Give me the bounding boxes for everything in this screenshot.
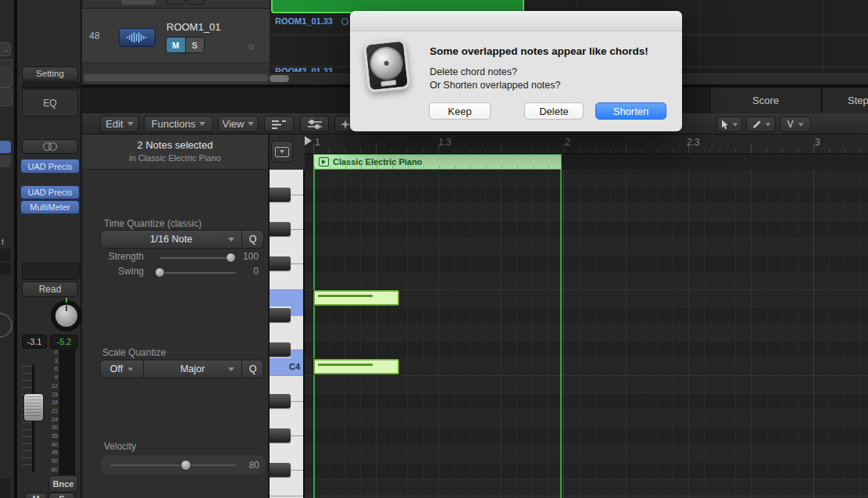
key-label-c4: C4 (280, 362, 300, 371)
pan-knob-tick (66, 298, 67, 303)
grid-row-shading (305, 306, 868, 324)
strength-slider-track[interactable] (159, 256, 236, 259)
midi-note-c4[interactable] (313, 359, 399, 374)
pan-value-display[interactable]: -3.1 (22, 335, 47, 349)
shorten-button[interactable]: Shorten (595, 102, 666, 120)
clipped-button[interactable] (0, 69, 13, 88)
piano-keyboard (270, 170, 305, 498)
channel-setting-button[interactable]: Setting (22, 66, 78, 81)
bar-ruler[interactable]: 11.322.33 (305, 134, 868, 154)
clipped-mute-button[interactable] (166, 0, 185, 5)
gain-reduction-meter (22, 82, 80, 88)
catch-disclosure-button[interactable] (271, 141, 293, 163)
selection-header: 2 Notes selected in Classic Electric Pia… (82, 134, 268, 170)
loop-icon[interactable] (341, 18, 348, 25)
time-quantize-value-section[interactable]: 1/16 Note (101, 231, 241, 248)
pan-knob[interactable] (51, 300, 82, 331)
clipped-plugin-button[interactable] (0, 141, 11, 153)
keep-button[interactable]: Keep (429, 102, 491, 120)
edit-menu-button[interactable]: Edit (100, 116, 139, 132)
horizontal-scrollbar-thumb[interactable] (270, 75, 289, 82)
grid-line-vertical (532, 170, 533, 498)
divider-handle[interactable] (84, 74, 268, 81)
piano-key[interactable] (270, 220, 305, 238)
collapse-icon (270, 119, 288, 130)
region-header-bar[interactable]: Classic Electric Piano (313, 154, 562, 170)
tab-step[interactable]: Step (823, 88, 868, 113)
meter-scale-number: 9 (55, 374, 58, 381)
strip-solo-button[interactable]: S (48, 493, 75, 498)
piano-key[interactable] (270, 444, 305, 461)
strip-mute-button[interactable]: M (25, 493, 47, 498)
piano-key[interactable] (270, 170, 305, 186)
bounce-button[interactable]: Bnce (48, 475, 78, 493)
piano-key[interactable] (270, 238, 305, 255)
piano-key[interactable] (270, 272, 305, 289)
scale-value: Major (180, 364, 205, 374)
piano-key[interactable] (270, 410, 305, 427)
clipped-solo-button[interactable] (186, 0, 205, 5)
track-icon-waveform[interactable] (119, 28, 155, 47)
gain-value-display[interactable]: -5.2 (50, 335, 78, 349)
v-tool-label: V (787, 119, 793, 130)
clipped-button[interactable] (0, 155, 11, 167)
piano-key[interactable] (270, 306, 305, 324)
piano-key[interactable] (270, 341, 305, 358)
track-mute-button[interactable]: M (166, 38, 186, 52)
swing-slider-track[interactable] (159, 271, 236, 274)
piano-key[interactable] (270, 203, 305, 220)
piano-key[interactable] (270, 289, 305, 306)
note-grid[interactable] (305, 170, 868, 498)
ruler-tick-strip-beats (313, 144, 868, 153)
scale-root-dropdown[interactable]: Off (101, 360, 143, 378)
piano-key[interactable] (270, 255, 305, 272)
record-indicator[interactable] (247, 42, 256, 52)
scale-dropdown[interactable]: Major (144, 360, 241, 378)
delete-button[interactable]: Delete (524, 102, 584, 120)
pencil-tool-button[interactable] (746, 116, 776, 132)
midi-draw-button[interactable] (300, 116, 329, 132)
eq-thumbnail[interactable]: EQ (22, 89, 78, 116)
piano-key[interactable] (270, 186, 305, 203)
velocity-tool-button[interactable]: V (780, 116, 811, 132)
velocity-slider-track[interactable] (110, 464, 236, 466)
clipped-knob[interactable] (0, 313, 13, 338)
clipped-button[interactable]: .. (0, 42, 11, 56)
piano-key[interactable] (270, 478, 305, 496)
plugin-slot-multimeter[interactable]: MultiMeter (20, 200, 80, 214)
velocity-value: 80 (239, 460, 259, 471)
playhead-marker[interactable] (305, 136, 312, 145)
collapse-mode-button[interactable] (264, 116, 294, 132)
strength-slider-thumb[interactable] (226, 253, 236, 263)
functions-menu-button[interactable]: Functions (144, 116, 213, 132)
dialog-titlebar[interactable] (350, 11, 682, 31)
stereo-circles-button[interactable] (22, 139, 78, 154)
clipped-button[interactable] (0, 88, 13, 106)
view-menu-button[interactable]: View (218, 116, 259, 132)
channel-strip: Setting EQ UAD Precis UAD Precis MultiMe… (17, 0, 82, 498)
track-row[interactable]: 48 ROOM1_01 M S (82, 9, 270, 63)
midi-note-e4[interactable] (313, 290, 399, 306)
piano-key[interactable] (270, 375, 305, 392)
time-quantize-dropdown[interactable]: 1/16 Note Q (100, 230, 264, 249)
swing-slider-thumb[interactable] (155, 267, 165, 278)
meter-scale: 03691215182124303540455060 (39, 349, 58, 473)
grid-row-shading (305, 341, 868, 358)
piano-key[interactable] (270, 461, 305, 478)
piano-key[interactable] (270, 427, 305, 444)
plugin-slot-uad-2[interactable]: UAD Precis (20, 185, 80, 199)
track-solo-button[interactable]: S (186, 38, 205, 52)
sends-slot[interactable] (22, 263, 80, 280)
region-name-label[interactable]: ROOM1_01.33 (275, 16, 333, 26)
track-name[interactable]: ROOM1_01 (166, 21, 220, 33)
plugin-slot-uad-1[interactable]: UAD Precis (20, 159, 80, 174)
scale-quantize-apply-button[interactable]: Q (242, 360, 263, 378)
velocity-slider-thumb[interactable] (180, 460, 191, 471)
tab-score[interactable]: Score (709, 88, 822, 113)
automation-mode-button[interactable]: Read (22, 281, 78, 297)
velocity-label: Velocity (104, 441, 136, 452)
time-quantize-apply-button[interactable]: Q (242, 231, 263, 248)
piano-key[interactable] (270, 392, 305, 410)
piano-key[interactable] (270, 324, 305, 341)
pointer-tool-button[interactable] (716, 116, 742, 132)
